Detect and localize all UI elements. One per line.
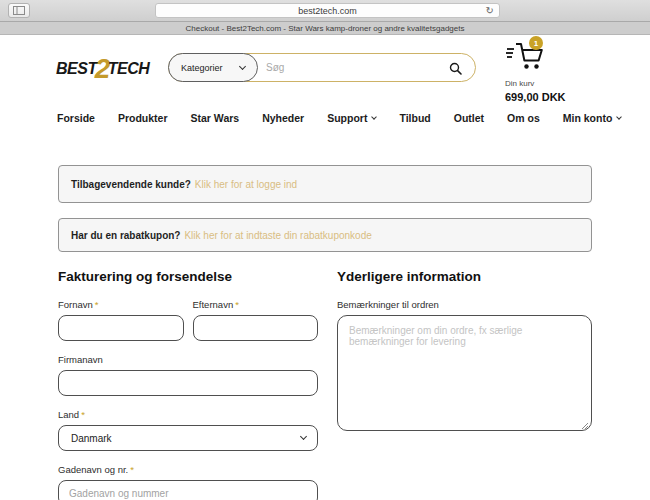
category-dropdown-label: Kategorier (181, 63, 223, 73)
efternavn-label: Efternavn* (193, 299, 319, 310)
logo-text-best: BEST (56, 60, 97, 78)
search-icon[interactable] (449, 61, 462, 79)
tab-title: Checkout - Best2Tech.com - Star Wars kam… (186, 24, 465, 33)
site-logo[interactable]: BEST 2 TECH (56, 59, 149, 79)
chevron-down-icon (300, 433, 307, 440)
notice-text: Har du en rabatkupon? (71, 230, 180, 241)
browser-tab-bar: Checkout - Best2Tech.com - Star Wars kam… (0, 22, 650, 35)
resize-grip-icon[interactable] (580, 421, 589, 430)
required-mark: * (95, 299, 99, 310)
nav-label: Support (327, 112, 367, 124)
login-link[interactable]: Klik her for at logge ind (195, 179, 297, 190)
checkout-page: Tilbagevendende kunde? Klik her for at l… (0, 165, 650, 500)
notice-text: Tilbagevendende kunde? (71, 179, 191, 190)
nav-label: Tilbud (399, 112, 430, 124)
nav-item-outlet[interactable]: Outlet (454, 112, 484, 124)
category-dropdown-button[interactable]: Kategorier (168, 53, 258, 82)
search-bar: Kategorier (168, 53, 476, 82)
search-input[interactable] (266, 55, 436, 80)
url-text: best2tech.com (298, 6, 357, 16)
sidebar-icon (13, 6, 25, 15)
nav-label: Min konto (563, 112, 613, 124)
order-notes-textarea[interactable] (337, 315, 592, 431)
nav-label: Om os (507, 112, 540, 124)
chevron-down-icon (239, 62, 246, 69)
cart-total: 699,00 DKK (505, 91, 566, 103)
additional-info: Yderligere information Bemærkninger til … (337, 269, 592, 500)
billing-title: Fakturering og forsendelse (58, 269, 318, 284)
cart-count-badge: 1 (529, 36, 543, 50)
nav-label: Produkter (118, 112, 168, 124)
billing-form: Fakturering og forsendelse Fornavn* Efte… (58, 269, 318, 500)
sidebar-toggle-button[interactable] (8, 3, 30, 18)
country-select[interactable]: Danmark (58, 425, 318, 451)
required-mark: * (130, 464, 134, 475)
nav-item-star-wars[interactable]: Star Wars (191, 112, 240, 124)
required-mark: * (81, 409, 85, 420)
fornavn-label: Fornavn* (58, 299, 184, 310)
label-text: Efternavn (193, 299, 234, 310)
coupon-link[interactable]: Klik her for at indtaste din rabatkuponk… (184, 230, 371, 241)
label-text: Land (58, 409, 79, 420)
address-bar[interactable]: best2tech.com ↻ (155, 3, 500, 18)
efternavn-input[interactable] (193, 315, 319, 341)
coupon-notice: Har du en rabatkupon? Klik her for at in… (58, 218, 592, 252)
required-mark: * (235, 299, 239, 310)
nav-item-tilbud[interactable]: Tilbud (399, 112, 430, 124)
nav-label: Star Wars (191, 112, 240, 124)
chevron-down-icon (617, 114, 623, 120)
nav-item-min-konto[interactable]: Min konto (563, 112, 622, 124)
nav-item-produkter[interactable]: Produkter (118, 112, 168, 124)
cart-label: Din kurv (505, 79, 566, 88)
chevron-down-icon (372, 114, 378, 120)
fornavn-input[interactable] (58, 315, 184, 341)
reload-icon[interactable]: ↻ (486, 5, 494, 16)
gadenavn-label: Gadenavn og nr.* (58, 464, 318, 475)
browser-toolbar: best2tech.com ↻ (0, 0, 650, 22)
additional-title: Yderligere information (337, 269, 592, 284)
nav-item-om-os[interactable]: Om os (507, 112, 540, 124)
street-address-input[interactable] (58, 480, 318, 500)
nav-item-forside[interactable]: Forside (57, 112, 95, 124)
nav-label: Forside (57, 112, 95, 124)
land-label: Land* (58, 409, 318, 420)
cart-widget[interactable]: 1 Din kurv 699,00 DKK (505, 37, 566, 103)
nav-label: Nyheder (262, 112, 304, 124)
nav-item-nyheder[interactable]: Nyheder (262, 112, 304, 124)
firmanavn-label: Firmanavn (58, 354, 318, 365)
main-nav: Forside Produkter Star Wars Nyheder Supp… (0, 105, 650, 131)
order-notes-label: Bemærkninger til ordren (337, 299, 592, 310)
label-text: Gadenavn og nr. (58, 464, 128, 475)
country-selected-value: Danmark (71, 433, 112, 444)
firmanavn-input[interactable] (58, 370, 318, 396)
returning-customer-notice: Tilbagevendende kunde? Klik her for at l… (58, 165, 592, 203)
logo-text-tech: TECH (108, 60, 150, 78)
label-text: Fornavn (58, 299, 93, 310)
site-header: BEST 2 TECH Kategorier 1 Din kurv 699,00… (0, 35, 650, 105)
nav-item-support[interactable]: Support (327, 112, 376, 124)
nav-label: Outlet (454, 112, 484, 124)
